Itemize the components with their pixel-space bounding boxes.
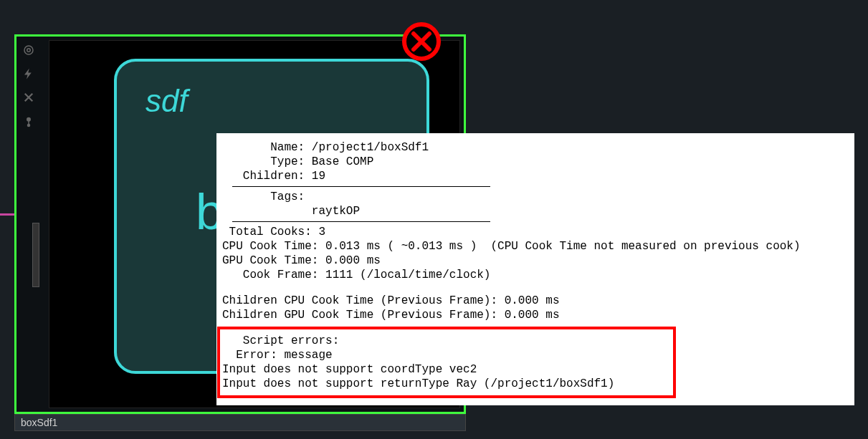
divider [232,186,490,187]
info-error-message-label: Error: message [222,348,849,362]
network-canvas[interactable]: sdf b boxSdf1 Name: /project1/boxSdf1 Ty… [0,0,868,439]
info-row-tags-label: Tags: [222,190,849,204]
info-row-gpu-cook: GPU Cook Time: 0.000 ms [222,254,849,268]
info-tooltip-panel: Name: /project1/boxSdf1 Type: Base COMP … [216,133,854,405]
node-wire [0,213,14,216]
spacer [222,322,849,334]
info-script-errors-label: Script errors: [222,334,849,348]
error-badge-icon[interactable] [401,21,442,62]
info-row-cpu-cook: CPU Cook Time: 0.013 ms ( ~0.013 ms ) (C… [222,239,849,254]
node-name-text: boxSdf1 [21,417,57,428]
divider [232,221,490,222]
svg-point-0 [24,46,33,54]
info-error-line-2: Input does not support returnType Ray (/… [222,377,849,391]
target-icon[interactable] [22,44,41,60]
svg-point-4 [27,124,31,127]
sdf-type-label: sdf [146,83,188,119]
close-icon[interactable] [22,91,41,107]
info-error-line-1: Input does not support coordType vec2 [222,362,849,377]
info-row-children: Children: 19 [222,169,849,183]
lock-icon[interactable] [22,115,41,131]
info-row-children-gpu: Children GPU Cook Time (Previous Frame):… [222,308,849,322]
info-row-type: Type: Base COMP [222,155,849,169]
node-input-handle[interactable] [32,223,39,287]
info-row-children-cpu: Children CPU Cook Time (Previous Frame):… [222,294,849,308]
info-row-cook-frame: Cook Frame: 1111 (/local/time/clock) [222,268,849,282]
svg-point-2 [27,117,31,122]
bolt-icon[interactable] [22,67,41,84]
node-name-bar[interactable]: boxSdf1 [14,414,466,431]
spacer [222,282,849,294]
node-flag-icons [22,44,41,131]
info-row-name: Name: /project1/boxSdf1 [222,140,849,155]
info-row-total-cooks: Total Cooks: 3 [222,225,849,239]
info-row-tags-value: raytkOP [222,204,849,218]
svg-point-1 [27,49,31,52]
